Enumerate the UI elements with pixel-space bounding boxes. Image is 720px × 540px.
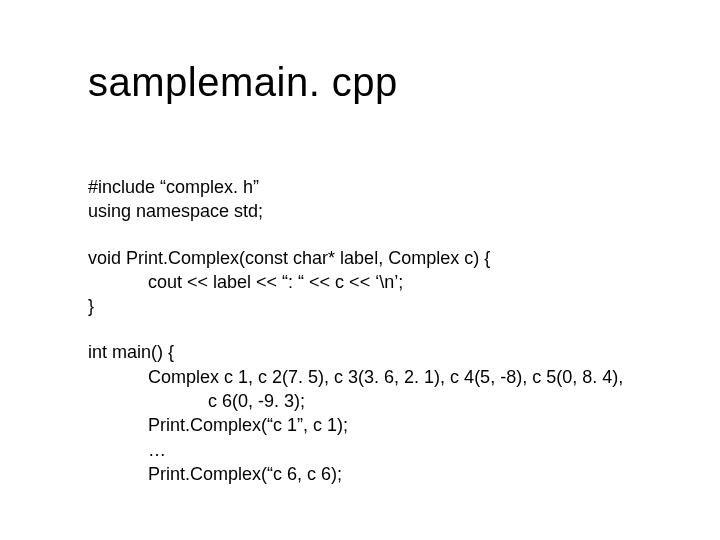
main-open: int main() { [88,340,632,364]
function-signature: void Print.Complex(const char* label, Co… [88,246,632,270]
slide-body: #include “complex. h” using namespace st… [88,175,632,486]
main-block: int main() { Complex c 1, c 2(7. 5), c 3… [88,340,632,486]
main-decl-line-1: Complex c 1, c 2(7. 5), c 3(3. 6, 2. 1),… [88,365,632,389]
using-line: using namespace std; [88,199,632,223]
main-ellipsis: … [88,438,632,462]
include-block: #include “complex. h” using namespace st… [88,175,632,224]
slide-title: samplemain. cpp [88,60,632,105]
function-block: void Print.Complex(const char* label, Co… [88,246,632,319]
main-call-2: Print.Complex(“c 6, c 6); [88,462,632,486]
include-line: #include “complex. h” [88,175,632,199]
main-decl-line-2: c 6(0, -9. 3); [88,389,632,413]
function-close-brace: } [88,294,632,318]
slide: samplemain. cpp #include “complex. h” us… [0,0,720,540]
main-call-1: Print.Complex(“c 1”, c 1); [88,413,632,437]
function-body-line: cout << label << “: “ << c << ‘\n’; [88,270,632,294]
